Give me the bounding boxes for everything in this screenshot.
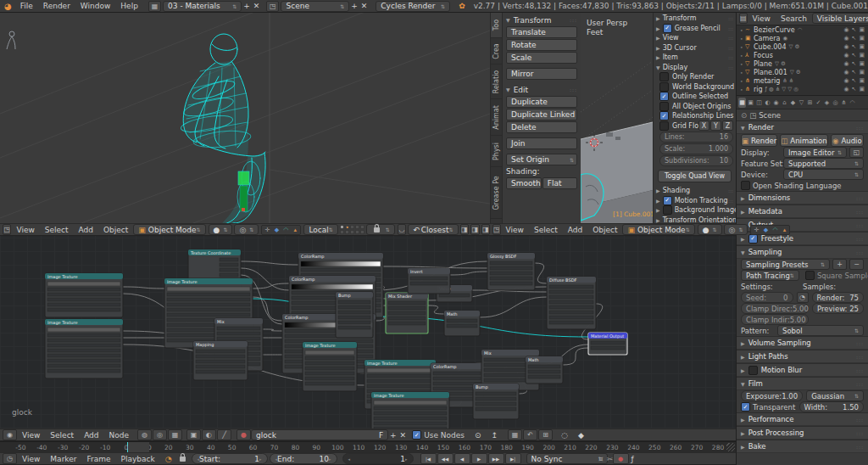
node-mute-icon[interactable]: ◆ — [573, 431, 589, 440]
field-seed[interactable]: Seed:0 — [741, 292, 793, 303]
topbar-menu-render[interactable]: Render — [38, 2, 75, 10]
layout-add-button[interactable]: + — [242, 2, 252, 10]
layout-delete-button[interactable]: ✕ — [252, 2, 262, 10]
tab-scene-icon[interactable]: ◫ — [755, 98, 763, 108]
panel-header-volume-sampling[interactable]: ▶Volume Sampling::: — [737, 336, 868, 350]
field-select[interactable]: CPU⇅ — [783, 169, 864, 180]
node-wire[interactable] — [480, 297, 547, 317]
selectability-cursor-icon[interactable]: ↖ — [852, 52, 857, 59]
render-camera-icon[interactable]: ▣ — [859, 60, 865, 67]
pivot-point-select[interactable]: ◎⇅ — [234, 224, 259, 235]
option-checkbox[interactable]: ✓ — [659, 111, 669, 120]
tab-material-icon[interactable]: ⊞ — [806, 98, 814, 108]
option-checkbox[interactable] — [659, 102, 669, 111]
mode-select[interactable]: ▣Object Mode⇅ — [133, 224, 205, 235]
render-camera-icon[interactable]: ▣ — [859, 35, 865, 42]
layer-cell[interactable] — [340, 225, 344, 229]
snap-element-select[interactable]: ↶Closest⇅ — [408, 224, 458, 235]
scene-add-button[interactable]: + — [349, 2, 359, 10]
viewport-menu-view[interactable]: View — [11, 226, 39, 234]
manipulator-scale-icon[interactable]: ▴ — [291, 227, 299, 233]
button-audio[interactable]: ◉Audio — [831, 134, 864, 147]
viewport-shading-select[interactable]: ●⇅ — [698, 224, 722, 235]
field-clamp-indir[interactable]: Clamp Indir:5.00 — [741, 314, 809, 325]
display-field-subdivisions[interactable]: Subdivisions:10 — [659, 155, 733, 166]
panel-header-performance[interactable]: ▶Performance::: — [737, 412, 868, 426]
play-reverse-button[interactable]: ◀ — [454, 453, 470, 464]
selectability-cursor-icon[interactable]: ↖ — [852, 35, 857, 42]
viewport-menu-object[interactable]: Object — [587, 226, 622, 234]
render-camera-icon[interactable]: ▣ — [859, 43, 865, 50]
node-wire[interactable] — [241, 261, 298, 265]
panel-checkbox[interactable]: ✓ — [748, 234, 758, 244]
panel-header-light-paths[interactable]: ▶Light Paths::: — [737, 350, 868, 363]
display-option-relationship-lines[interactable]: ✓Relationship Lines — [659, 111, 733, 121]
panel-header-sampling[interactable]: ▼Sampling::: — [737, 245, 868, 259]
layers-widget[interactable] — [340, 225, 364, 234]
new-window-icon[interactable]: ◱ — [849, 147, 864, 158]
tab-render-layers-icon[interactable]: ▣ — [747, 98, 754, 108]
layer-cell[interactable] — [350, 230, 354, 234]
tab-curve-icon[interactable]: ◠ — [849, 98, 856, 108]
shelf-button-set-origin[interactable]: Set Origin⇅ — [506, 154, 577, 165]
option-checkbox[interactable]: ✓ — [659, 92, 669, 101]
area-resize-grip[interactable] — [726, 443, 735, 451]
outliner-item-focus[interactable]: •⅄Focus◉↖▣ — [737, 51, 868, 59]
section-checkbox[interactable]: ✓ — [663, 24, 672, 33]
visibility-eye-icon[interactable]: ◉ — [843, 26, 849, 33]
material-unlink-button[interactable]: ✕ — [398, 431, 409, 440]
timeline-editor-icon[interactable]: ◷ — [3, 453, 17, 464]
selectability-cursor-icon[interactable]: ↖ — [852, 69, 857, 76]
selectability-cursor-icon[interactable]: ↖ — [852, 77, 857, 84]
gun-object[interactable] — [238, 171, 249, 211]
outliner-item-cube.004[interactable]: •▽Cube.004▽ ⚙◉↖▣ — [737, 42, 868, 51]
scene-select[interactable]: Scene⇅ — [281, 1, 349, 12]
current-frame-field[interactable]: ◂1▸ — [342, 453, 414, 464]
editor-type-icon[interactable]: ◳ — [3, 224, 11, 235]
panel-header-bake[interactable]: ▶Bake::: — [737, 440, 868, 453]
display-field-lines[interactable]: Lines:16 — [659, 132, 733, 143]
panel-checkbox[interactable] — [748, 366, 758, 375]
outliner-item-rig[interactable]: •⋔rigƒ ◍ ⋔ ▽ ▽ ◎◉↖▣ — [737, 85, 868, 93]
tab-particles-icon[interactable]: ◈ — [823, 98, 831, 108]
shelf-button-translate[interactable]: Translate — [506, 26, 577, 38]
npanel-section-display[interactable]: ▼Display::: — [656, 63, 733, 73]
outliner-item-metarig[interactable]: •⋔metarig⋔ ⋔◉↖▣ — [737, 76, 868, 85]
node-image-texture[interactable]: Image Texture — [303, 342, 357, 391]
outliner-search-menu[interactable]: Search — [776, 14, 812, 23]
shelf-button-duplicate[interactable]: Duplicate — [506, 96, 577, 108]
render-opengl-icon[interactable]: ◨ — [460, 224, 469, 235]
visibility-eye-icon[interactable]: ◉ — [843, 86, 849, 92]
node-menu-view[interactable]: View — [17, 431, 45, 440]
node-wire[interactable] — [428, 305, 444, 314]
node-material-output[interactable]: Material Output — [588, 333, 627, 355]
node-image-texture[interactable]: Image Texture — [45, 319, 123, 378]
jump-end-button[interactable]: ▶| — [505, 453, 521, 464]
shelf-button-join[interactable]: Join — [506, 137, 577, 149]
node-image-texture[interactable]: Image Texture — [45, 273, 123, 317]
toggle-quad-view-button[interactable]: Toggle Quad View — [658, 170, 732, 182]
panel-header-motion-blur[interactable]: ▶Motion Blur::: — [737, 363, 868, 377]
animated-seed-icon[interactable]: ◔ — [797, 292, 809, 303]
node-mix-shader[interactable]: Mix Shader — [386, 293, 428, 333]
filter-type-select[interactable]: Gaussian⇅ — [806, 390, 864, 401]
visibility-eye-icon[interactable]: ◉ — [843, 52, 849, 59]
panel-header-post-processing[interactable]: ▶Post Processing::: — [737, 426, 868, 440]
mode-select[interactable]: ▣Object Mode⇅ — [622, 224, 694, 235]
button-render[interactable]: ▣Render — [741, 134, 777, 147]
field-select[interactable]: Supported⇅ — [783, 158, 864, 169]
tab-armature-icon[interactable]: ⋔ — [840, 98, 848, 108]
lock-to-scene-select[interactable]: ⇅ — [366, 224, 395, 235]
viewport-menu-add[interactable]: Add — [74, 226, 98, 234]
outliner-item-beziercurve[interactable]: •~BezierCurve◠◉↖▣ — [737, 25, 868, 34]
node-group-edit-icon[interactable]: ◌ — [556, 431, 573, 440]
node-invert[interactable]: Invert — [408, 268, 450, 294]
panel-header-edit[interactable]: ▼Edit::: — [506, 84, 577, 95]
layer-cell[interactable] — [360, 230, 364, 234]
tab-constraints-icon[interactable]: ⌂ — [781, 98, 788, 108]
outliner-editor-icon[interactable]: ▤ — [739, 13, 748, 24]
render-camera-icon[interactable]: ▣ — [859, 77, 865, 84]
tab-world-icon[interactable]: ◐ — [764, 98, 771, 108]
node-bump[interactable]: Bump — [336, 292, 373, 338]
preset-add-button[interactable]: + — [832, 259, 847, 270]
